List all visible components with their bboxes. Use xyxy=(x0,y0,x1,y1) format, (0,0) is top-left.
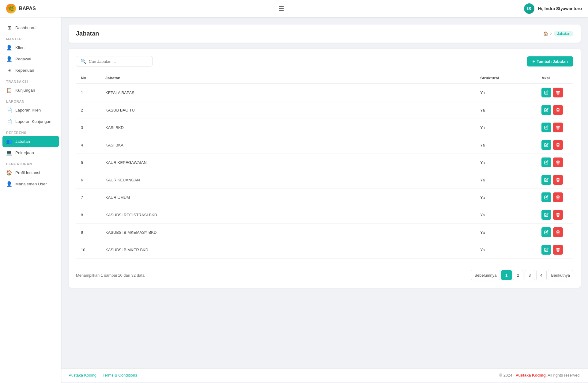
edit-button[interactable] xyxy=(541,210,551,220)
action-buttons xyxy=(541,157,568,167)
sidebar-label-profil: Profil Instansi xyxy=(15,170,40,175)
sidebar-item-klien[interactable]: 👤 Klien xyxy=(0,42,61,53)
cell-no: 3 xyxy=(76,119,100,136)
cell-aksi xyxy=(537,119,573,136)
edit-button[interactable] xyxy=(541,140,551,150)
delete-button[interactable] xyxy=(553,123,563,132)
cell-jabatan: KAUR UMUM xyxy=(100,189,475,206)
page-btn-4[interactable]: 4 xyxy=(536,270,547,280)
edit-button[interactable] xyxy=(541,245,551,255)
hamburger-icon[interactable]: ☰ xyxy=(279,5,284,12)
sidebar-item-profil-instansi[interactable]: 🏠 Profil Instansi xyxy=(0,167,61,178)
col-header-no: No xyxy=(76,73,100,84)
sidebar-item-laporan-klien[interactable]: 📄 Laporan Klien xyxy=(0,104,61,116)
manajemen-icon: 👤 xyxy=(6,181,12,187)
cell-aksi xyxy=(537,154,573,171)
cell-jabatan: KASUBSI BIMKEMASY BKD xyxy=(100,224,475,241)
cell-aksi xyxy=(537,171,573,189)
cell-struktural: Ya xyxy=(475,119,537,136)
delete-button[interactable] xyxy=(553,88,563,97)
sidebar-item-keperluan[interactable]: ⊞ Keperluan xyxy=(0,65,61,76)
next-page-button[interactable]: Berikutnya xyxy=(548,270,573,280)
sidebar-item-manajemen-user[interactable]: 👤 Manajemen User xyxy=(0,178,61,190)
add-jabatan-button[interactable]: + Tambah Jabatan xyxy=(527,56,573,66)
sidebar-item-pekerjaan[interactable]: 💻 Pekerjaan xyxy=(0,147,61,158)
edit-button[interactable] xyxy=(541,227,551,237)
action-buttons xyxy=(541,210,568,220)
cell-no: 10 xyxy=(76,241,100,259)
delete-button[interactable] xyxy=(553,175,563,185)
table-row: 2 KASUB BAG TU Ya xyxy=(76,101,573,119)
section-referensi: REFERENSI xyxy=(0,127,61,136)
cell-aksi xyxy=(537,101,573,119)
edit-button[interactable] xyxy=(541,175,551,185)
search-icon: 🔍 xyxy=(81,59,86,64)
cell-jabatan: KAUR KEUANGAN xyxy=(100,171,475,189)
table-head: No Jabatan Struktural Aksi xyxy=(76,73,573,84)
breadcrumb-separator: > xyxy=(550,31,552,36)
table-row: 7 KAUR UMUM Ya xyxy=(76,189,573,206)
section-laporan: LAPORAN xyxy=(0,96,61,104)
delete-button[interactable] xyxy=(553,210,563,220)
delete-button[interactable] xyxy=(553,227,563,237)
sidebar: ⊞ Dashboard MASTER 👤 Klien 👤 Pegawai ⊞ K… xyxy=(0,17,61,383)
delete-button[interactable] xyxy=(553,245,563,255)
delete-button[interactable] xyxy=(553,140,563,150)
user-greeting: Hi, Indra Styawantoro xyxy=(538,6,582,11)
cell-struktural: Ya xyxy=(475,136,537,154)
action-buttons xyxy=(541,192,568,202)
search-input[interactable] xyxy=(89,59,148,64)
cell-aksi xyxy=(537,84,573,101)
cell-jabatan: KEPALA BAPAS xyxy=(100,84,475,101)
sidebar-item-jabatan[interactable]: 👥 Jabatan xyxy=(2,136,59,147)
page-btn-1[interactable]: 1 xyxy=(501,270,512,280)
sidebar-item-laporan-kunjungan[interactable]: 📄 Laporan Kunjungan xyxy=(0,116,61,127)
cell-jabatan: KASUB BAG TU xyxy=(100,101,475,119)
brand-name: BAPAS xyxy=(19,6,36,11)
delete-button[interactable] xyxy=(553,105,563,115)
kunjungan-icon: 📋 xyxy=(6,87,12,93)
cell-jabatan: KAUR KEPEGAWAIAN xyxy=(100,154,475,171)
keperluan-icon: ⊞ xyxy=(6,67,12,73)
cell-struktural: Ya xyxy=(475,224,537,241)
action-buttons xyxy=(541,227,568,237)
sidebar-label-laporan-klien: Laporan Klien xyxy=(15,108,41,112)
laporan-kunjungan-icon: 📄 xyxy=(6,119,12,124)
edit-button[interactable] xyxy=(541,88,551,97)
pegawai-icon: 👤 xyxy=(6,56,12,62)
page-btn-2[interactable]: 2 xyxy=(513,270,523,280)
cell-jabatan: KASI BKA xyxy=(100,136,475,154)
sidebar-label-klien: Klien xyxy=(15,45,24,50)
edit-button[interactable] xyxy=(541,192,551,202)
sidebar-item-kunjungan[interactable]: 📋 Kunjungan xyxy=(0,85,61,96)
col-header-struktural: Struktural xyxy=(475,73,537,84)
pagination: Sebelumnya 1 2 3 4 Berikutnya xyxy=(471,270,573,280)
edit-button[interactable] xyxy=(541,105,551,115)
cell-struktural: Ya xyxy=(475,171,537,189)
edit-button[interactable] xyxy=(541,123,551,132)
sidebar-item-pegawai[interactable]: 👤 Pegawai xyxy=(0,53,61,65)
delete-button[interactable] xyxy=(553,157,563,167)
sidebar-item-dashboard[interactable]: ⊞ Dashboard xyxy=(0,22,61,33)
col-header-jabatan: Jabatan xyxy=(100,73,475,84)
page-btn-3[interactable]: 3 xyxy=(525,270,535,280)
jabatan-table: No Jabatan Struktural Aksi 1 KEPALA BAPA… xyxy=(76,73,573,259)
cell-no: 1 xyxy=(76,84,100,101)
table-row: 4 KASI BKA Ya xyxy=(76,136,573,154)
cell-struktural: Ya xyxy=(475,101,537,119)
breadcrumb: 🏠 > Jabatan xyxy=(543,31,573,36)
prev-page-button[interactable]: Sebelumnya xyxy=(471,270,500,280)
cell-aksi xyxy=(537,136,573,154)
table-body: 1 KEPALA BAPAS Ya xyxy=(76,84,573,259)
footer-link-terms[interactable]: Terms & Conditions xyxy=(103,373,137,377)
action-buttons xyxy=(541,175,568,185)
sidebar-label-jabatan: Jabatan xyxy=(15,139,30,144)
footer-link-pustaka[interactable]: Pustaka Koding xyxy=(69,373,96,377)
home-icon: 🏠 xyxy=(543,31,548,36)
delete-button[interactable] xyxy=(553,192,563,202)
action-buttons xyxy=(541,88,568,97)
table-row: 5 KAUR KEPEGAWAIAN Ya xyxy=(76,154,573,171)
sidebar-label-manajemen: Manajemen User xyxy=(15,182,47,186)
edit-button[interactable] xyxy=(541,157,551,167)
klien-icon: 👤 xyxy=(6,45,12,51)
